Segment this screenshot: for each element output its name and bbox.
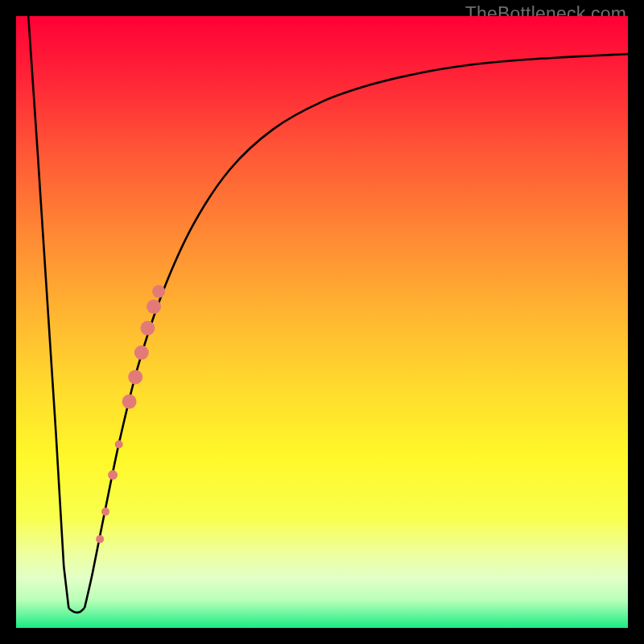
plot-area — [16, 16, 628, 628]
data-marker — [147, 299, 161, 314]
gradient-background — [16, 16, 628, 628]
data-marker — [115, 440, 123, 448]
data-marker — [152, 285, 165, 298]
data-marker — [96, 535, 104, 543]
data-marker — [140, 321, 155, 336]
chart-svg — [16, 16, 628, 628]
chart-frame: TheBottleneck.com — [0, 0, 644, 644]
data-marker — [108, 470, 118, 480]
data-marker — [122, 394, 137, 409]
data-marker — [101, 508, 109, 516]
data-marker — [128, 369, 142, 384]
data-marker — [134, 345, 149, 360]
